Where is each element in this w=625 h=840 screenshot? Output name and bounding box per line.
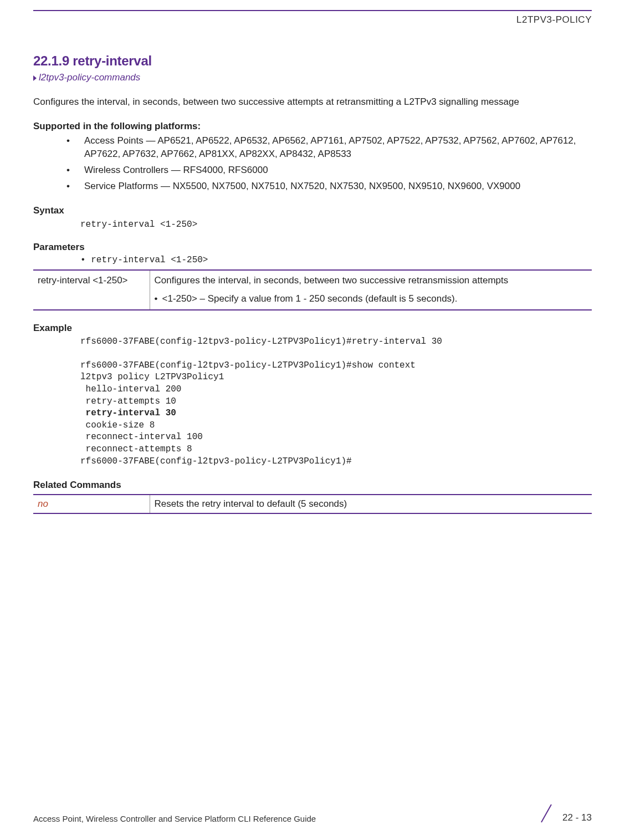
parameters-table: retry-interval <1-250> Configures the in… — [33, 269, 592, 310]
code-line: retry-attempts 10 — [80, 396, 176, 406]
code-line: reconnect-attempts 8 — [80, 444, 192, 454]
footer-title: Access Point, Wireless Controller and Se… — [33, 814, 316, 823]
page-footer: Access Point, Wireless Controller and Se… — [33, 803, 592, 823]
platforms-list: Access Points — AP6521, AP6522, AP6532, … — [33, 134, 592, 194]
svg-line-0 — [541, 805, 551, 822]
param-desc-cell: Configures the interval, in seconds, bet… — [150, 270, 592, 309]
parameters-heading: Parameters — [33, 242, 592, 253]
list-item: Access Points — AP6521, AP6522, AP6532, … — [66, 134, 592, 161]
breadcrumb: l2tpv3-policy-commands — [33, 72, 592, 83]
code-line: hello-interval 200 — [80, 384, 181, 394]
param-desc-text: Configures the interval, in seconds, bet… — [155, 274, 588, 288]
code-line: l2tpv3 policy L2TPV3Policy1 — [80, 372, 224, 382]
param-name-cell: retry-interval <1-250> — [33, 270, 150, 309]
table-row: retry-interval <1-250> Configures the in… — [33, 270, 592, 309]
list-item: Service Platforms — NX5500, NX7500, NX75… — [66, 180, 592, 194]
related-cmd-cell: no — [33, 495, 150, 513]
list-item: Wireless Controllers — RFS4000, RFS6000 — [66, 164, 592, 177]
param-desc-bullet: <1-250> – Specify a value from 1 - 250 s… — [155, 292, 588, 306]
footer-divider-icon — [538, 803, 555, 823]
code-line-highlight: retry-interval 30 — [80, 408, 176, 418]
code-line: reconnect-interval 100 — [80, 432, 203, 442]
syntax-line: retry-interval <1-250> — [80, 220, 592, 230]
platforms-heading: Supported in the following platforms: — [33, 121, 592, 132]
page-number: 22 - 13 — [562, 812, 592, 823]
section-title: 22.1.9 retry-interval — [33, 53, 592, 69]
code-line: rfs6000-37FABE(config-l2tpv3-policy-L2TP… — [80, 456, 352, 466]
syntax-heading: Syntax — [33, 205, 592, 216]
code-line: rfs6000-37FABE(config-l2tpv3-policy-L2TP… — [80, 360, 416, 370]
related-heading: Related Commands — [33, 480, 592, 491]
chapter-header: L2TPV3-POLICY — [33, 14, 592, 26]
example-block: rfs6000-37FABE(config-l2tpv3-policy-L2TP… — [80, 336, 592, 468]
table-row: no Resets the retry interval to default … — [33, 495, 592, 513]
breadcrumb-text: l2tpv3-policy-commands — [39, 72, 140, 83]
example-heading: Example — [33, 323, 592, 334]
parameters-bullet: • retry-interval <1-250> — [80, 255, 592, 265]
related-desc-cell: Resets the retry interval to default (5 … — [150, 495, 592, 513]
top-rule — [33, 10, 592, 11]
breadcrumb-arrow-icon — [33, 75, 37, 81]
code-line: rfs6000-37FABE(config-l2tpv3-policy-L2TP… — [80, 337, 442, 347]
code-line: cookie-size 8 — [80, 420, 155, 430]
related-table: no Resets the retry interval to default … — [33, 494, 592, 514]
intro-paragraph: Configures the interval, in seconds, bet… — [33, 95, 592, 109]
